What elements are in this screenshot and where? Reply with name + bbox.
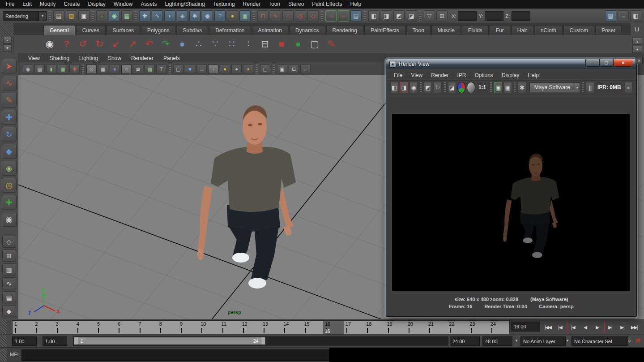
y-input[interactable] [485, 11, 503, 21]
shelf-menu-button[interactable]: ▼ [3, 44, 12, 52]
menu-modify[interactable]: Modify [36, 0, 60, 8]
paint-select-tool[interactable]: ✎ [2, 93, 17, 108]
panel-menu-renderer[interactable]: Renderer [127, 55, 158, 62]
menu-toon[interactable]: Toon [264, 0, 284, 8]
go-to-end-button[interactable]: ▶▶| [629, 321, 640, 333]
snap-point-magnet-icon[interactable]: ∴ [282, 10, 294, 22]
shelf-tab-rendering[interactable]: Rendering [326, 25, 363, 35]
panel-menu-lighting[interactable]: Lighting [75, 55, 102, 62]
separator[interactable] [169, 64, 171, 74]
frame-7[interactable]: 7 [137, 321, 158, 334]
frame-3[interactable]: 3 [54, 321, 75, 334]
save-scene-icon[interactable]: ▣ [78, 10, 90, 22]
select-component-icon[interactable]: ▦ [121, 10, 132, 22]
attribute-editor-toggle-icon[interactable]: ◧ [630, 10, 641, 22]
rw-menu-file[interactable]: File [390, 71, 406, 79]
go-to-start-button[interactable]: |◀◀ [542, 321, 554, 333]
smooth-shade-icon[interactable]: ● [110, 65, 120, 74]
menu-display[interactable]: Display [84, 0, 109, 8]
menu-lighting-shading[interactable]: Lighting/Shading [161, 0, 209, 8]
textured-mode-icon[interactable]: T [156, 65, 166, 74]
shelf-tab-curves[interactable]: Curves [76, 25, 106, 35]
current-time-field[interactable]: 16.00 [511, 322, 540, 332]
shelf-tab-custom[interactable]: Custom [563, 25, 594, 35]
default-lighting-icon[interactable]: ▢ [173, 65, 183, 74]
command-results-area[interactable] [329, 348, 644, 362]
shelf-editor-button[interactable]: ▪ [3, 37, 12, 44]
shelf-tab-polygons[interactable]: Polygons [141, 25, 175, 35]
soft-modification-tool[interactable]: ◎ [2, 178, 17, 193]
layout-four-pane[interactable]: ⊞ [2, 250, 16, 262]
snapshot-icon[interactable]: ◉ [409, 82, 418, 93]
minimize-button[interactable]: — [585, 59, 599, 67]
range-end-handle[interactable] [261, 337, 265, 345]
frame-16[interactable]: 1616 [323, 321, 344, 334]
shelf-tab-painteffects[interactable]: PaintEffects [364, 25, 405, 35]
isolate-select-icon[interactable]: ▣ [277, 65, 287, 74]
separator[interactable] [253, 11, 255, 22]
range-slider-grip[interactable] [0, 336, 7, 347]
refresh-ipr-icon[interactable]: ↻ [433, 82, 441, 93]
scale-tool[interactable]: ◆ [2, 144, 17, 159]
rw-menu-render[interactable]: Render [427, 71, 452, 79]
show-manipulator-tool[interactable]: ✚ [2, 195, 17, 210]
panel-close-icon[interactable]: × [635, 57, 643, 64]
z-input[interactable] [512, 11, 530, 21]
menu-window[interactable]: Window [110, 0, 137, 8]
construction-history-icon[interactable]: ▤ [350, 10, 362, 22]
play-backwards-button[interactable]: ◀ [580, 321, 591, 333]
input-connections-icon[interactable]: → [325, 10, 337, 22]
panel-menu-shading[interactable]: Shading [45, 55, 74, 62]
command-input[interactable] [21, 349, 329, 361]
anim-layer-field[interactable]: No Anim Layer [520, 336, 566, 346]
shelf-tab-hair[interactable]: Hair [511, 25, 533, 35]
highlight-selection-mode-icon[interactable]: ▢ [260, 65, 270, 74]
frame-12[interactable]: 12 [240, 321, 261, 334]
frame-10[interactable]: 10 [199, 321, 219, 334]
frame-13[interactable]: 13 [261, 321, 281, 334]
remove-image-icon[interactable]: ▣ [503, 82, 512, 93]
frame-5[interactable]: 5 [95, 321, 116, 334]
command-language-toggle[interactable]: MEL [10, 352, 20, 357]
render-view-titlebar[interactable]: ◈ Render View —▢× [386, 59, 636, 69]
render-current-frame-icon[interactable]: ◧ [390, 82, 398, 93]
time-slider-grip[interactable] [0, 320, 7, 334]
film-gate-icon[interactable]: ▦ [98, 65, 108, 74]
xray-icon[interactable]: ⊠ [133, 65, 143, 74]
ipr-render-icon[interactable]: ◩ [424, 82, 432, 93]
highlight-selection-icon[interactable]: ▣ [239, 10, 251, 22]
separator[interactable] [444, 82, 446, 93]
select-by-template-icon[interactable]: ▢ [308, 37, 321, 51]
frame-21[interactable]: 21 [426, 321, 447, 334]
animation-end-field[interactable]: 48.00 [482, 336, 512, 346]
redo-icon[interactable]: ↷ [159, 37, 172, 51]
new-scene-icon[interactable]: ▤ [53, 10, 64, 22]
ipr-render-icon[interactable]: ◩ [393, 10, 405, 22]
unparent-icon[interactable]: ∵ [209, 37, 222, 51]
render-region-icon[interactable]: ◪ [448, 82, 456, 93]
mask-deformations-icon[interactable]: ◈ [177, 10, 188, 22]
camera-orbit-icon[interactable]: ↺ [76, 37, 90, 51]
step-back-frame-button[interactable]: |◀ [554, 321, 566, 333]
undo-icon[interactable]: ↶ [142, 37, 156, 51]
play-forwards-button[interactable]: ▶ [592, 321, 603, 333]
x-input[interactable] [458, 11, 477, 21]
auto-keyframe-icon[interactable]: ▦ [635, 337, 640, 344]
render-settings-icon[interactable]: ◪ [406, 10, 417, 22]
snap-curve-magnet-icon[interactable]: ∿ [270, 10, 281, 22]
frame-2[interactable]: 2 [33, 321, 54, 334]
command-line-grip[interactable] [0, 349, 7, 362]
render-globals-icon[interactable]: ◉ [43, 37, 56, 51]
frame-18[interactable]: 18 [364, 321, 385, 334]
rw-menu-help[interactable]: Help [524, 71, 543, 79]
shelf-tab-dynamics[interactable]: Dynamics [289, 25, 325, 35]
delete-icon[interactable]: ● [175, 37, 189, 51]
shelf-tab-deformation[interactable]: Deformation [209, 25, 251, 35]
mask-curves-icon[interactable]: ∿ [152, 10, 163, 22]
mask-points-icon[interactable]: ✚ [139, 10, 150, 22]
frame-4[interactable]: 4 [75, 321, 95, 334]
step-forward-frame-button[interactable]: ▶| [617, 321, 628, 333]
output-connections-icon[interactable]: ← [338, 10, 349, 22]
frame-19[interactable]: 19 [385, 321, 406, 334]
shelf-tab-surfaces[interactable]: Surfaces [107, 25, 140, 35]
